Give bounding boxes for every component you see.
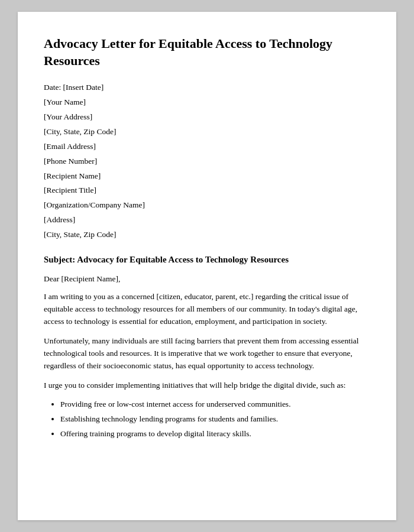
address-line: [Phone Number] <box>44 156 370 167</box>
address-line: [Recipient Name] <box>44 171 370 182</box>
bullet-item: Establishing technology lending programs… <box>60 413 370 426</box>
bullet-list: Providing free or low-cost internet acce… <box>60 398 370 440</box>
salutation: Dear [Recipient Name], <box>44 274 370 284</box>
address-line: [Your Name] <box>44 97 370 108</box>
body-paragraph: I urge you to consider implementing init… <box>44 379 370 392</box>
bullet-item: Providing free or low-cost internet acce… <box>60 398 370 411</box>
body-paragraph: Unfortunately, many individuals are stil… <box>44 335 370 372</box>
address-line: [Email Address] <box>44 141 370 153</box>
address-line: [Organization/Company Name] <box>44 200 370 211</box>
address-fields: Date: [Insert Date][Your Name][Your Addr… <box>44 82 370 241</box>
body-paragraph: I am writing to you as a concerned [citi… <box>44 291 370 328</box>
address-line: [Your Address] <box>44 112 370 123</box>
address-line: [Recipient Title] <box>44 185 370 196</box>
paragraphs-container: I am writing to you as a concerned [citi… <box>44 291 370 391</box>
document-title: Advocacy Letter for Equitable Access to … <box>44 35 370 69</box>
document-container: Advocacy Letter for Equitable Access to … <box>18 12 396 520</box>
bullet-item: Offering training programs to develop di… <box>60 428 370 440</box>
subject-heading: Subject: Advocacy for Equitable Access t… <box>44 254 370 266</box>
address-line: [City, State, Zip Code] <box>44 126 370 138</box>
address-line: [City, State, Zip Code] <box>44 229 370 241</box>
address-line: Date: [Insert Date] <box>44 82 370 93</box>
address-line: [Address] <box>44 215 370 226</box>
